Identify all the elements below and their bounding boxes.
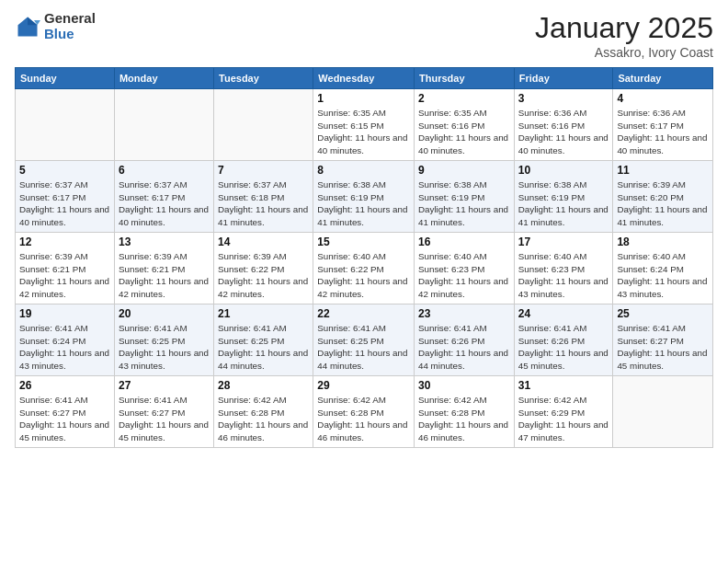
calendar-cell: 26Sunrise: 6:41 AM Sunset: 6:27 PM Dayli… xyxy=(16,376,115,448)
day-number: 16 xyxy=(418,236,510,248)
day-info: Sunrise: 6:41 AM Sunset: 6:27 PM Dayligh… xyxy=(19,394,110,444)
calendar-cell: 8Sunrise: 6:38 AM Sunset: 6:19 PM Daylig… xyxy=(313,161,415,233)
day-info: Sunrise: 6:41 AM Sunset: 6:24 PM Dayligh… xyxy=(19,322,110,373)
calendar-cell: 1Sunrise: 6:35 AM Sunset: 6:15 PM Daylig… xyxy=(313,89,415,161)
calendar-cell: 19Sunrise: 6:41 AM Sunset: 6:24 PM Dayli… xyxy=(16,304,115,376)
calendar-cell: 28Sunrise: 6:42 AM Sunset: 6:28 PM Dayli… xyxy=(214,376,313,448)
day-info: Sunrise: 6:38 AM Sunset: 6:19 PM Dayligh… xyxy=(418,178,510,229)
day-info: Sunrise: 6:36 AM Sunset: 6:16 PM Dayligh… xyxy=(518,107,609,157)
day-number: 29 xyxy=(317,379,410,392)
day-info: Sunrise: 6:36 AM Sunset: 6:17 PM Dayligh… xyxy=(617,107,709,157)
calendar-cell: 25Sunrise: 6:41 AM Sunset: 6:27 PM Dayli… xyxy=(613,304,713,376)
day-info: Sunrise: 6:40 AM Sunset: 6:23 PM Dayligh… xyxy=(418,250,510,301)
calendar-week-row: 26Sunrise: 6:41 AM Sunset: 6:27 PM Dayli… xyxy=(16,376,713,448)
logo-icon xyxy=(15,14,40,40)
day-info: Sunrise: 6:41 AM Sunset: 6:25 PM Dayligh… xyxy=(218,322,309,373)
day-number: 11 xyxy=(617,164,709,177)
calendar-week-row: 12Sunrise: 6:39 AM Sunset: 6:21 PM Dayli… xyxy=(16,233,713,304)
day-info: Sunrise: 6:35 AM Sunset: 6:15 PM Dayligh… xyxy=(317,107,410,157)
calendar-cell: 10Sunrise: 6:38 AM Sunset: 6:19 PM Dayli… xyxy=(514,161,613,233)
calendar-week-row: 5Sunrise: 6:37 AM Sunset: 6:17 PM Daylig… xyxy=(16,161,713,233)
calendar-cell: 30Sunrise: 6:42 AM Sunset: 6:28 PM Dayli… xyxy=(415,376,515,448)
day-info: Sunrise: 6:40 AM Sunset: 6:23 PM Dayligh… xyxy=(518,250,609,301)
col-friday: Friday xyxy=(514,68,613,89)
day-info: Sunrise: 6:40 AM Sunset: 6:24 PM Dayligh… xyxy=(617,250,709,301)
calendar-cell: 13Sunrise: 6:39 AM Sunset: 6:21 PM Dayli… xyxy=(114,233,213,304)
calendar-cell: 29Sunrise: 6:42 AM Sunset: 6:28 PM Dayli… xyxy=(313,376,415,448)
calendar-week-row: 1Sunrise: 6:35 AM Sunset: 6:15 PM Daylig… xyxy=(16,89,713,161)
day-info: Sunrise: 6:41 AM Sunset: 6:25 PM Dayligh… xyxy=(119,322,210,373)
day-number: 9 xyxy=(418,164,510,177)
day-number: 8 xyxy=(317,164,410,177)
page: General Blue January 2025 Assakro, Ivory… xyxy=(0,0,728,563)
day-number: 10 xyxy=(518,164,609,177)
day-number: 1 xyxy=(317,92,410,105)
day-info: Sunrise: 6:39 AM Sunset: 6:22 PM Dayligh… xyxy=(218,250,309,301)
day-info: Sunrise: 6:38 AM Sunset: 6:19 PM Dayligh… xyxy=(518,178,609,229)
day-info: Sunrise: 6:41 AM Sunset: 6:27 PM Dayligh… xyxy=(617,322,709,373)
calendar-cell: 23Sunrise: 6:41 AM Sunset: 6:26 PM Dayli… xyxy=(415,304,515,376)
calendar-cell: 24Sunrise: 6:41 AM Sunset: 6:26 PM Dayli… xyxy=(514,304,613,376)
day-info: Sunrise: 6:41 AM Sunset: 6:25 PM Dayligh… xyxy=(317,322,410,373)
col-tuesday: Tuesday xyxy=(214,68,313,89)
day-number: 5 xyxy=(19,164,110,177)
location: Assakro, Ivory Coast xyxy=(535,45,713,60)
logo: General Blue xyxy=(15,11,96,41)
day-number: 17 xyxy=(518,236,609,248)
calendar-cell: 20Sunrise: 6:41 AM Sunset: 6:25 PM Dayli… xyxy=(114,304,213,376)
calendar-cell: 6Sunrise: 6:37 AM Sunset: 6:17 PM Daylig… xyxy=(114,161,213,233)
day-info: Sunrise: 6:42 AM Sunset: 6:28 PM Dayligh… xyxy=(218,394,309,444)
day-info: Sunrise: 6:37 AM Sunset: 6:17 PM Dayligh… xyxy=(19,178,110,229)
calendar-cell xyxy=(114,89,213,161)
col-thursday: Thursday xyxy=(415,68,515,89)
calendar-cell: 16Sunrise: 6:40 AM Sunset: 6:23 PM Dayli… xyxy=(415,233,515,304)
day-number: 30 xyxy=(418,379,510,392)
day-number: 12 xyxy=(19,236,110,248)
day-info: Sunrise: 6:41 AM Sunset: 6:27 PM Dayligh… xyxy=(119,394,210,444)
header: General Blue January 2025 Assakro, Ivory… xyxy=(15,11,713,60)
day-number: 14 xyxy=(218,236,309,248)
day-number: 2 xyxy=(418,92,510,105)
day-info: Sunrise: 6:41 AM Sunset: 6:26 PM Dayligh… xyxy=(518,322,609,373)
logo-text: General Blue xyxy=(44,11,96,41)
day-number: 6 xyxy=(119,164,210,177)
day-info: Sunrise: 6:42 AM Sunset: 6:29 PM Dayligh… xyxy=(518,394,609,444)
calendar-cell: 21Sunrise: 6:41 AM Sunset: 6:25 PM Dayli… xyxy=(214,304,313,376)
calendar-cell: 17Sunrise: 6:40 AM Sunset: 6:23 PM Dayli… xyxy=(514,233,613,304)
day-info: Sunrise: 6:37 AM Sunset: 6:17 PM Dayligh… xyxy=(119,178,210,229)
day-info: Sunrise: 6:39 AM Sunset: 6:21 PM Dayligh… xyxy=(19,250,110,301)
calendar-cell: 31Sunrise: 6:42 AM Sunset: 6:29 PM Dayli… xyxy=(514,376,613,448)
day-info: Sunrise: 6:42 AM Sunset: 6:28 PM Dayligh… xyxy=(317,394,410,444)
col-monday: Monday xyxy=(114,68,213,89)
day-info: Sunrise: 6:35 AM Sunset: 6:16 PM Dayligh… xyxy=(418,107,510,157)
day-number: 15 xyxy=(317,236,410,248)
day-number: 3 xyxy=(518,92,609,105)
day-number: 28 xyxy=(218,379,309,392)
day-number: 23 xyxy=(418,307,510,320)
calendar-table: Sunday Monday Tuesday Wednesday Thursday… xyxy=(15,67,713,448)
day-info: Sunrise: 6:37 AM Sunset: 6:18 PM Dayligh… xyxy=(218,178,309,229)
day-number: 25 xyxy=(617,307,709,320)
title-block: January 2025 Assakro, Ivory Coast xyxy=(535,11,713,60)
calendar-cell xyxy=(613,376,713,448)
day-number: 27 xyxy=(119,379,210,392)
day-number: 13 xyxy=(119,236,210,248)
calendar-cell: 18Sunrise: 6:40 AM Sunset: 6:24 PM Dayli… xyxy=(613,233,713,304)
day-number: 24 xyxy=(518,307,609,320)
day-number: 26 xyxy=(19,379,110,392)
day-number: 18 xyxy=(617,236,709,248)
calendar-cell: 27Sunrise: 6:41 AM Sunset: 6:27 PM Dayli… xyxy=(114,376,213,448)
col-saturday: Saturday xyxy=(613,68,713,89)
day-number: 31 xyxy=(518,379,609,392)
calendar-cell: 4Sunrise: 6:36 AM Sunset: 6:17 PM Daylig… xyxy=(613,89,713,161)
day-number: 22 xyxy=(317,307,410,320)
day-info: Sunrise: 6:40 AM Sunset: 6:22 PM Dayligh… xyxy=(317,250,410,301)
day-number: 19 xyxy=(19,307,110,320)
day-info: Sunrise: 6:38 AM Sunset: 6:19 PM Dayligh… xyxy=(317,178,410,229)
calendar-cell: 12Sunrise: 6:39 AM Sunset: 6:21 PM Dayli… xyxy=(16,233,115,304)
calendar-week-row: 19Sunrise: 6:41 AM Sunset: 6:24 PM Dayli… xyxy=(16,304,713,376)
day-info: Sunrise: 6:42 AM Sunset: 6:28 PM Dayligh… xyxy=(418,394,510,444)
day-number: 21 xyxy=(218,307,309,320)
calendar-cell: 15Sunrise: 6:40 AM Sunset: 6:22 PM Dayli… xyxy=(313,233,415,304)
day-info: Sunrise: 6:39 AM Sunset: 6:21 PM Dayligh… xyxy=(119,250,210,301)
